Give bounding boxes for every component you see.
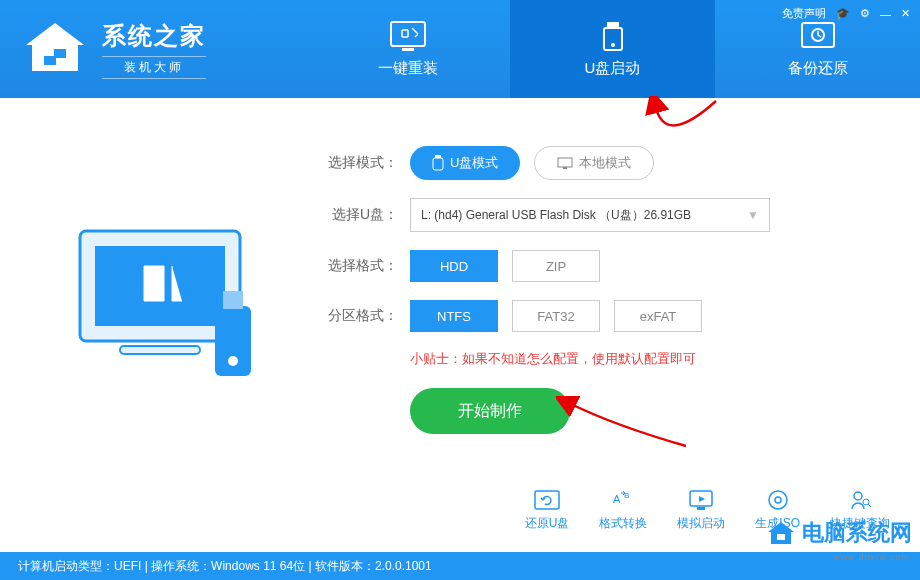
watermark-text: 电脑系统网 bbox=[802, 518, 912, 548]
svg-point-25 bbox=[769, 491, 787, 509]
backup-icon bbox=[798, 21, 838, 53]
svg-rect-14 bbox=[223, 291, 243, 309]
illustration bbox=[40, 128, 300, 434]
svg-rect-12 bbox=[120, 346, 200, 354]
logo-area: 系统之家 装机大师 bbox=[0, 0, 305, 98]
iso-icon bbox=[764, 489, 792, 511]
watermark: 电脑系统网 www.dnxtw.com bbox=[766, 518, 912, 548]
local-mode-button[interactable]: 本地模式 bbox=[534, 146, 654, 180]
convert-icon: AB bbox=[609, 489, 637, 511]
tool-restore-usb[interactable]: 还原U盘 bbox=[525, 489, 570, 532]
svg-point-26 bbox=[775, 497, 781, 503]
disclaimer-link[interactable]: 免责声明 bbox=[782, 6, 826, 21]
svg-rect-2 bbox=[56, 58, 66, 65]
app-subtitle: 装机大师 bbox=[102, 56, 206, 79]
tab-reinstall[interactable]: 一键重装 bbox=[305, 0, 510, 98]
svg-rect-17 bbox=[433, 158, 443, 170]
monitor-small-icon bbox=[557, 157, 573, 169]
svg-rect-20 bbox=[535, 491, 559, 509]
partition-exfat[interactable]: exFAT bbox=[614, 300, 702, 332]
chevron-down-icon: ▼ bbox=[747, 208, 759, 222]
logo-house-icon bbox=[20, 19, 90, 79]
watermark-house-icon bbox=[766, 520, 796, 546]
theme-icon[interactable]: 🎓 bbox=[836, 7, 850, 20]
main-content: 选择模式： U盘模式 本地模式 选择U盘： L: (hd4) General U… bbox=[0, 98, 920, 434]
monitor-icon bbox=[388, 21, 428, 53]
watermark-url: www.dnxtw.com bbox=[833, 552, 910, 562]
usb-icon bbox=[593, 21, 633, 53]
start-button[interactable]: 开始制作 bbox=[410, 388, 570, 434]
tab-label: 备份还原 bbox=[788, 59, 848, 78]
minimize-button[interactable]: — bbox=[880, 8, 891, 20]
search-person-icon bbox=[846, 489, 874, 511]
svg-point-15 bbox=[228, 356, 238, 366]
format-label: 选择格式： bbox=[320, 257, 398, 275]
app-title: 系统之家 bbox=[102, 20, 206, 52]
udisk-select[interactable]: L: (hd4) General USB Flash Disk （U盘）26.9… bbox=[410, 198, 770, 232]
mode-label: 选择模式： bbox=[320, 154, 398, 172]
usb-mode-button[interactable]: U盘模式 bbox=[410, 146, 520, 180]
usb-small-icon bbox=[432, 155, 444, 171]
svg-rect-18 bbox=[558, 158, 572, 167]
svg-point-27 bbox=[854, 492, 862, 500]
tool-format-convert[interactable]: AB 格式转换 bbox=[599, 489, 647, 532]
svg-rect-24 bbox=[697, 507, 705, 510]
titlebar-controls: 免责声明 🎓 ⚙ — ✕ bbox=[782, 6, 910, 21]
tool-simulate[interactable]: 模拟启动 bbox=[677, 489, 725, 532]
udisk-value: L: (hd4) General USB Flash Disk （U盘）26.9… bbox=[421, 207, 691, 224]
svg-rect-4 bbox=[402, 48, 414, 51]
restore-icon bbox=[533, 489, 561, 511]
simulate-icon bbox=[687, 489, 715, 511]
header: 系统之家 装机大师 一键重装 U盘启动 备份还原 免责声明 🎓 ⚙ — ✕ bbox=[0, 0, 920, 98]
tab-label: 一键重装 bbox=[378, 59, 438, 78]
svg-text:A: A bbox=[613, 493, 621, 505]
partition-fat32[interactable]: FAT32 bbox=[512, 300, 600, 332]
tip-text: 小贴士：如果不知道怎么配置，使用默认配置即可 bbox=[410, 350, 880, 368]
status-bar: 计算机启动类型：UEFI | 操作系统：Windows 11 64位 | 软件版… bbox=[0, 552, 920, 580]
tab-label: U盘启动 bbox=[585, 59, 641, 78]
partition-ntfs[interactable]: NTFS bbox=[410, 300, 498, 332]
status-text: 计算机启动类型：UEFI | 操作系统：Windows 11 64位 | 软件版… bbox=[18, 558, 432, 575]
settings-icon[interactable]: ⚙ bbox=[860, 7, 870, 20]
svg-point-7 bbox=[611, 43, 615, 47]
close-button[interactable]: ✕ bbox=[901, 7, 910, 20]
format-hdd[interactable]: HDD bbox=[410, 250, 498, 282]
partition-label: 分区格式： bbox=[320, 307, 398, 325]
svg-rect-1 bbox=[44, 49, 54, 56]
udisk-label: 选择U盘： bbox=[320, 206, 398, 224]
svg-rect-29 bbox=[777, 534, 785, 540]
tab-usb-boot[interactable]: U盘启动 bbox=[510, 0, 715, 98]
format-zip[interactable]: ZIP bbox=[512, 250, 600, 282]
config-panel: 选择模式： U盘模式 本地模式 选择U盘： L: (hd4) General U… bbox=[320, 128, 880, 434]
svg-rect-19 bbox=[563, 167, 567, 169]
